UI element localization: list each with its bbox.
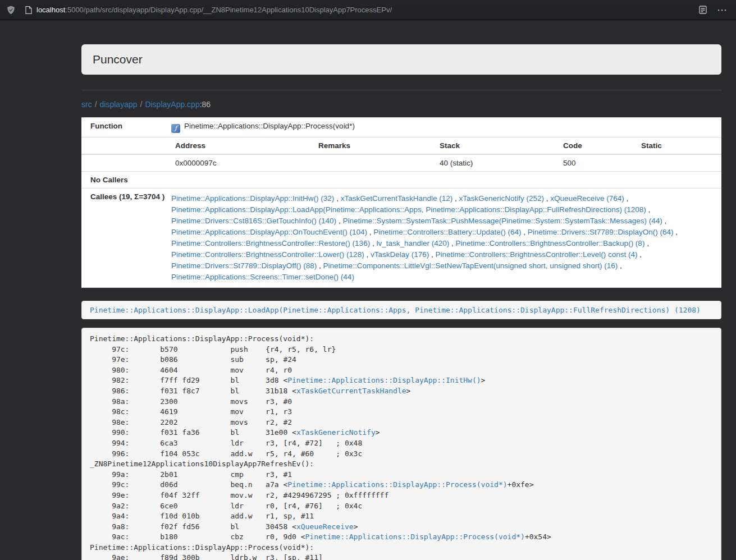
function-row: Function ƒPinetime::Applications::Displa… — [81, 118, 721, 137]
callee-link[interactable]: xQueueReceive (764) — [550, 194, 624, 203]
page-icon — [25, 6, 32, 14]
breadcrumb-separator: / — [138, 100, 145, 109]
breadcrumb-link-displayapp[interactable]: displayapp — [100, 100, 138, 109]
callee-link[interactable]: Pinetime::Components::LittleVgl::SetNewT… — [323, 261, 618, 270]
menu-icon[interactable]: ⋯ — [715, 4, 729, 16]
callee-link[interactable]: Pinetime::Controllers::BrightnessControl… — [435, 250, 637, 259]
col-header-stack: Stack — [431, 137, 555, 154]
function-symbol-name: Pinetime::Applications::DisplayApp::Proc… — [184, 122, 355, 130]
function-symbol-cell: ƒPinetime::Applications::DisplayApp::Pro… — [167, 118, 721, 137]
stack-value: 40 (static) — [431, 155, 555, 171]
highlighted-symbol-link[interactable]: Pinetime::Applications::DisplayApp::Load… — [90, 306, 701, 314]
callee-link[interactable]: Pinetime::Applications::DisplayApp::Init… — [171, 194, 334, 203]
callee-link[interactable]: Pinetime::Drivers::St7789::DisplayOff() … — [171, 261, 317, 270]
disassembly-symbol-link[interactable]: Pinetime::Applications::DisplayApp::Init… — [287, 376, 481, 384]
browser-toolbar: localhost:5000/path/src/displayapp/Displ… — [0, 0, 736, 20]
callees-label: Callees (19, Σ=3704 ) — [81, 189, 167, 287]
shield-icon[interactable] — [7, 6, 15, 15]
page-content: Puncover src/displayapp/DisplayApp.cpp:8… — [0, 44, 736, 560]
callee-link[interactable]: Pinetime::System::SystemTask::PushMessag… — [342, 217, 662, 225]
callee-link[interactable]: Pinetime::Controllers::BrightnessControl… — [171, 250, 364, 259]
page-title: Puncover — [93, 53, 710, 66]
url-text[interactable]: localhost:5000/path/src/displayapp/Displ… — [36, 6, 392, 14]
callee-link[interactable]: Pinetime::Controllers::BrightnessControl… — [456, 239, 645, 247]
callee-link[interactable]: lv_task_handler (420) — [376, 239, 449, 247]
col-header-static: Static — [633, 137, 721, 154]
url-host: localhost — [36, 6, 65, 14]
disassembly-symbol-link[interactable]: Pinetime::Applications::DisplayApp::Proc… — [287, 480, 507, 489]
highlighted-symbol-panel: Pinetime::Applications::DisplayApp::Load… — [81, 301, 721, 319]
callee-link[interactable]: vTaskDelay (176) — [371, 250, 429, 259]
no-callers-row: No Callers — [81, 172, 721, 189]
no-callers-cell — [167, 172, 721, 188]
remarks-value — [310, 155, 431, 171]
callees-list: Pinetime::Applications::DisplayApp::Init… — [167, 189, 721, 287]
static-value — [633, 155, 721, 171]
divider — [81, 90, 721, 90]
col-header-remarks: Remarks — [310, 137, 431, 154]
function-label: Function — [81, 118, 167, 137]
callee-link[interactable]: Pinetime::Applications::Screens::Timer::… — [171, 273, 354, 281]
disassembly-code: Pinetime::Applications::DisplayApp::Proc… — [81, 328, 721, 560]
breadcrumb-link-src[interactable]: src — [81, 100, 92, 109]
url-path: :5000/path/src/displayapp/DisplayApp.cpp… — [65, 6, 392, 14]
code-value: 500 — [555, 155, 633, 171]
col-header-code: Code — [555, 137, 633, 154]
stats-header-row: Address Remarks Stack Code Static — [81, 137, 721, 155]
reader-mode-icon[interactable] — [699, 6, 707, 14]
callee-link[interactable]: Pinetime::Applications::DisplayApp::Load… — [171, 205, 646, 214]
breadcrumb: src/displayapp/DisplayApp.cpp:86 — [81, 100, 721, 109]
no-callers-label: No Callers — [81, 172, 167, 188]
disassembly-symbol-link[interactable]: xTaskGetCurrentTaskHandle — [296, 387, 406, 395]
stats-data-spacer — [81, 155, 167, 171]
breadcrumb-separator: / — [92, 100, 100, 109]
breadcrumb-link-file[interactable]: DisplayApp.cpp — [145, 100, 199, 109]
callee-link[interactable]: xTaskGenericNotify (252) — [459, 194, 545, 203]
header-panel: Puncover — [81, 44, 721, 75]
callee-link[interactable]: Pinetime::Controllers::Battery::Update()… — [373, 228, 521, 236]
symbol-table: Function ƒPinetime::Applications::Displa… — [81, 117, 721, 288]
function-icon-glyph: ƒ — [175, 125, 177, 132]
function-icon: ƒ — [171, 124, 180, 133]
callee-link[interactable]: Pinetime::Drivers::Cst816S::GetTouchInfo… — [171, 217, 336, 225]
disassembly-symbol-link[interactable]: Pinetime::Applications::DisplayApp::Proc… — [305, 533, 525, 541]
address-bar[interactable]: localhost:5000/path/src/displayapp/Displ… — [19, 6, 692, 14]
callee-link[interactable]: Pinetime::Applications::DisplayApp::OnTo… — [171, 228, 367, 236]
col-header-address: Address — [167, 137, 310, 154]
callee-link[interactable]: Pinetime::Controllers::BrightnessControl… — [171, 239, 370, 247]
callees-row: Callees (19, Σ=3704 ) Pinetime::Applicat… — [81, 189, 721, 288]
disassembly-symbol-link[interactable]: xTaskGenericNotify — [296, 428, 376, 437]
address-value: 0x0000097c — [167, 155, 310, 171]
disassembly-symbol-link[interactable]: xQueueReceive — [296, 522, 354, 531]
stats-header-spacer — [81, 137, 167, 154]
callee-link[interactable]: xTaskGetCurrentTaskHandle (12) — [341, 194, 453, 203]
breadcrumb-line-number: :86 — [200, 100, 211, 109]
stats-data-row: 0x0000097c 40 (static) 500 — [81, 155, 721, 172]
callee-link[interactable]: Pinetime::Drivers::St7789::DisplayOn() (… — [528, 228, 674, 236]
